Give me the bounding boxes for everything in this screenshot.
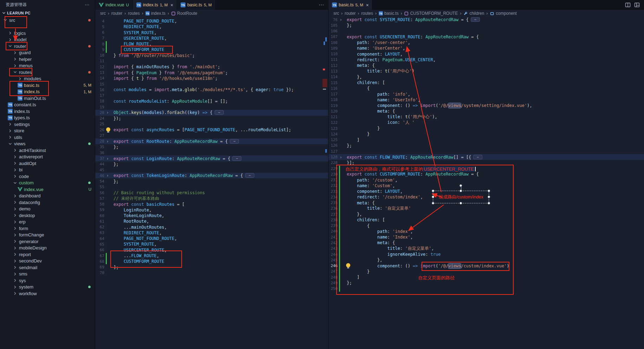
- explorer-section-header[interactable]: LEARUN PC: [0, 9, 95, 17]
- code-line-mid-64[interactable]: 64 PAGE_NOT_FOUND_ROUTE,: [95, 236, 328, 241]
- code-line-mid-60[interactable]: 60 TokenLoginRoute,: [95, 213, 328, 218]
- tree-item-basic.ts[interactable]: TSbasic.ts5, M: [0, 82, 95, 89]
- code-line-right-117[interactable]: 117 path: 'info',: [328, 91, 644, 97]
- code-line-right-228[interactable]: 228}];: [328, 160, 644, 166]
- code-line-right-126[interactable]: 126};: [328, 143, 644, 148]
- code-line-right-127[interactable]: 127: [328, 148, 644, 154]
- code-line-right-123[interactable]: 123 }: [328, 126, 644, 131]
- tree-item-generator[interactable]: generator: [0, 238, 95, 245]
- code-line-right-236[interactable]: 236 title: '自定义菜单': [328, 206, 644, 211]
- code-line-mid-62[interactable]: 62 ...mainOutRoutes,: [95, 224, 328, 230]
- tree-item-modules[interactable]: modules: [0, 76, 95, 82]
- breadcrumb-item-basic.ts[interactable]: TSbasic.ts: [379, 11, 399, 16]
- tab-index.vue[interactable]: index.vueU: [95, 0, 133, 10]
- code-line-right-232[interactable]: 232 name: 'Custom',: [328, 183, 644, 189]
- code-line-right-124[interactable]: 124 }: [328, 131, 644, 137]
- code-line-right-114[interactable]: 114 },: [328, 74, 644, 80]
- code-line-right-119[interactable]: 119 component: () => import('/@/views/sy…: [328, 103, 644, 108]
- tree-item-guard[interactable]: guard: [0, 50, 95, 56]
- code-line-right-125[interactable]: 125 ]: [328, 137, 644, 143]
- code-line-right-118[interactable]: 118 name: 'UserInfo',: [328, 97, 644, 103]
- code-line-right-247[interactable]: 247 }: [328, 269, 644, 274]
- tree-item-sendmail[interactable]: sendmail: [0, 264, 95, 271]
- code-line-mid-70[interactable]: 70: [95, 270, 328, 276]
- tree-item-demo[interactable]: demo: [0, 206, 95, 212]
- code-line-right-106[interactable]: 106: [328, 28, 644, 34]
- tree-item-utils[interactable]: utils: [0, 134, 95, 141]
- tree-item-formChange[interactable]: formChange: [0, 232, 95, 239]
- code-line-right-233[interactable]: 233 component: LAYOUT,: [328, 189, 644, 194]
- breadcrumb-item-CUSTOMFORM_ROUTE[interactable]: CUSTOMFORM_ROUTE: [404, 11, 458, 16]
- tree-item-mainOut.ts[interactable]: TSmainOut.ts: [0, 95, 95, 102]
- code-line-mid-8[interactable]: 8 FLOW_ROUTE,: [95, 41, 328, 47]
- code-line-mid-5[interactable]: 5 REDIRECT_ROUTE,: [95, 24, 328, 30]
- breadcrumb-item-index.ts[interactable]: TSindex.ts: [145, 11, 165, 16]
- tree-item-sms[interactable]: sms: [0, 271, 95, 278]
- code-line-mid-63[interactable]: 63 REDIRECT_ROUTE,: [95, 230, 328, 236]
- tree-item-model[interactable]: model: [0, 37, 95, 43]
- code-line-mid-28[interactable]: 28›export const RootRoute: AppRouteRecor…: [95, 139, 328, 144]
- code-line-right-244[interactable]: 244 ignoreKeepAlive: true: [328, 252, 644, 257]
- code-line-right-112[interactable]: 112 meta: {: [328, 63, 644, 68]
- code-line-right-109[interactable]: 109 name: 'UserCenter',: [328, 45, 644, 51]
- breadcrumb-item-RootRoute[interactable]: RootRoute: [171, 11, 197, 16]
- code-line-right-120[interactable]: 120 meta: {: [328, 108, 644, 114]
- breadcrumb-item-routes[interactable]: routes: [128, 11, 139, 16]
- code-line-right-111[interactable]: 111 redirect: PageEnum.USER_CENTER,: [328, 57, 644, 63]
- fold-chevron-icon[interactable]: ›: [338, 155, 344, 160]
- tree-item-dashboard[interactable]: dashboard: [0, 193, 95, 199]
- code-line-mid-24[interactable]: 24});: [95, 116, 328, 121]
- code-line-mid-25[interactable]: 25: [95, 121, 328, 127]
- code-line-right-238[interactable]: 238 children: [: [328, 217, 644, 223]
- code-line-mid-35[interactable]: 35};: [95, 144, 328, 150]
- breadcrumb-item-router[interactable]: router: [111, 11, 122, 16]
- tree-item-router[interactable]: router: [0, 43, 95, 50]
- tree-item-constant.ts[interactable]: TSconstant.ts: [0, 102, 95, 108]
- code-line-right-230[interactable]: 230export const CUSTOMFORM_ROUTE: AppRou…: [328, 171, 644, 177]
- code-line-mid-36[interactable]: 36: [95, 150, 328, 156]
- fold-chevron-icon[interactable]: ›: [338, 17, 344, 22]
- code-line-mid-57[interactable]: 57// 未经许可的基本路由: [95, 196, 328, 201]
- code-line-mid-9[interactable]: 9 CUSTOMFORM_ROUTE: [95, 47, 328, 52]
- tree-item-index.vue[interactable]: index.vueU: [0, 186, 95, 193]
- tree-item-auditOpt[interactable]: auditOpt: [0, 160, 95, 167]
- breadcrumb-item-routes[interactable]: routes: [361, 11, 373, 16]
- code-line-mid-44[interactable]: 44};: [95, 161, 328, 167]
- code-line-right-128[interactable]: 128›export const FLOW_ROUTE: AppRouteRec…: [328, 154, 644, 160]
- code-line-right-248[interactable]: 248 ]: [328, 274, 644, 280]
- tree-item-custom[interactable]: custom: [0, 180, 95, 186]
- code-line-right-229[interactable]: 229: [328, 166, 644, 171]
- tree-item-bi[interactable]: bi: [0, 167, 95, 173]
- code-line-right-110[interactable]: 110 component: LAYOUT,: [328, 51, 644, 57]
- code-line-right-241[interactable]: 241 name: 'Index',: [328, 234, 644, 240]
- code-line-mid-65[interactable]: 65 SYSTEM_ROUTE,: [95, 241, 328, 247]
- fold-chevron-icon[interactable]: ›: [104, 110, 111, 115]
- code-line-mid-55[interactable]: 55: [95, 184, 328, 190]
- close-icon[interactable]: ×: [170, 2, 173, 8]
- code-line-right-107[interactable]: 107export const USERCENTER_ROUTE: AppRou…: [328, 34, 644, 40]
- code-line-right-76[interactable]: 76›export const SYSTEM_ROUTE: AppRouteRe…: [328, 17, 644, 23]
- tab-basic.ts[interactable]: TSbasic.ts5, M: [177, 0, 216, 10]
- tab-index.ts[interactable]: TSindex.ts1, M×: [133, 0, 177, 10]
- code-line-mid-6[interactable]: 6 SYSTEM_ROUTE,: [95, 30, 328, 36]
- tab-basic.ts[interactable]: TSbasic.ts5, M×: [328, 0, 372, 10]
- code-line-mid-61[interactable]: 61 RootRoute,: [95, 218, 328, 224]
- tree-item-views[interactable]: views: [0, 141, 95, 147]
- tree-item-index.ts[interactable]: TSindex.ts1, M: [0, 89, 95, 95]
- code-line-mid-18[interactable]: 18const routeModuleList: AppRouteModule[…: [95, 99, 328, 104]
- code-line-mid-20[interactable]: 20›Object.keys(modules).forEach((key) =>…: [95, 110, 328, 115]
- code-line-right-250[interactable]: 250: [328, 286, 644, 291]
- tree-item-code[interactable]: code: [0, 173, 95, 180]
- tree-item-form[interactable]: form: [0, 225, 95, 232]
- code-line-mid-37[interactable]: 37›export const LoginRoute: AppRouteReco…: [95, 156, 328, 161]
- fold-chevron-icon[interactable]: ›: [104, 156, 111, 161]
- tree-item-types.ts[interactable]: TStypes.ts: [0, 115, 95, 121]
- tree-item-logics[interactable]: logics: [0, 30, 95, 37]
- code-line-right-235[interactable]: 235 meta: {: [328, 200, 644, 206]
- code-line-right-122[interactable]: 122 icon: '人 ': [328, 120, 644, 126]
- code-line-right-243[interactable]: 243 title: '自定义菜单',: [328, 246, 644, 252]
- code-line-right-245[interactable]: 245 },: [328, 257, 644, 263]
- code-line-mid-27[interactable]: 27: [95, 133, 328, 138]
- tree-item-sys[interactable]: sys: [0, 277, 95, 284]
- code-line-mid-12[interactable]: 12import { mainOutRoutes } from './mainO…: [95, 64, 328, 70]
